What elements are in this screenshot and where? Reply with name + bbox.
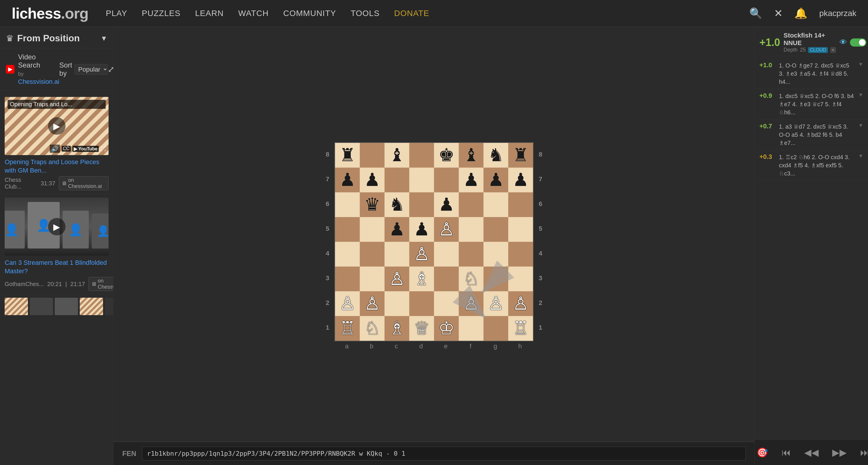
chess-cell-a5[interactable] xyxy=(335,217,360,242)
chess-cell-a6[interactable] xyxy=(335,192,360,217)
search-icon[interactable]: 🔍 xyxy=(749,7,762,20)
nav-donate[interactable]: DONATE xyxy=(394,9,429,18)
chess-cell-d8[interactable] xyxy=(409,143,434,167)
chess-cell-a3[interactable] xyxy=(335,267,360,291)
chess-cell-g8[interactable]: ♞ xyxy=(484,143,508,167)
chess-cell-a4[interactable] xyxy=(335,242,360,267)
chess-cell-f4[interactable] xyxy=(459,242,484,267)
last-move-button[interactable]: ⏭ xyxy=(858,445,868,460)
chess-cell-h3[interactable] xyxy=(508,267,533,291)
fen-input[interactable] xyxy=(142,447,746,460)
video-card[interactable]: ▶ Opening Traps and Lo... 🔊 CC ▶ YouTube… xyxy=(0,93,113,194)
chess-cell-e5[interactable]: ♙ xyxy=(434,217,459,242)
chess-cell-g5[interactable] xyxy=(484,217,508,242)
username[interactable]: pkacprzak xyxy=(819,9,856,18)
thumb-small-3[interactable] xyxy=(55,298,78,315)
chess-cell-h1[interactable]: ♖ xyxy=(508,316,533,341)
chess-cell-d7[interactable] xyxy=(409,167,434,192)
chess-cell-d1[interactable]: ♕ xyxy=(409,316,434,341)
play-button-2[interactable]: ▶ xyxy=(48,218,65,236)
chess-cell-g6[interactable] xyxy=(484,192,508,217)
chess-cell-a2[interactable]: ♙ xyxy=(335,291,360,316)
chess-cell-e2[interactable] xyxy=(434,291,459,316)
chess-cell-b3[interactable] xyxy=(360,267,384,291)
chess-cell-e6[interactable]: ♟ xyxy=(434,192,459,217)
video-card-2[interactable]: 👤 👤 👤 👤 ▶ Can 3 Streamers Beat 1 Blindfo… xyxy=(0,194,113,295)
chessvision-link[interactable]: Chessvision.ai xyxy=(18,78,59,85)
thumb-small-5[interactable] xyxy=(105,298,113,315)
chess-cell-f1[interactable] xyxy=(459,316,484,341)
chess-cell-f6[interactable] xyxy=(459,192,484,217)
chess-cell-f7[interactable]: ♟ xyxy=(459,167,484,192)
chess-cell-d6[interactable] xyxy=(409,192,434,217)
expand-icon[interactable]: ⤢ xyxy=(108,65,114,74)
chess-cell-f3[interactable]: ♘ xyxy=(459,267,484,291)
thumb-small-2[interactable] xyxy=(30,298,53,315)
chess-cell-g7[interactable]: ♟ xyxy=(484,167,508,192)
chess-cell-f2[interactable]: ♙ xyxy=(459,291,484,316)
chess-cell-a1[interactable]: ♖ xyxy=(335,316,360,341)
line-dropdown-3[interactable]: ▼ xyxy=(858,123,863,129)
analysis-button[interactable]: 🎯 xyxy=(754,445,771,460)
first-move-button[interactable]: ⏮ xyxy=(779,445,793,460)
prev-move-button[interactable]: ◀◀ xyxy=(802,445,821,460)
plus-badge[interactable]: + xyxy=(830,47,836,53)
chess-cell-c4[interactable] xyxy=(384,242,409,267)
chess-cell-f5[interactable] xyxy=(459,217,484,242)
volume-icon[interactable]: 🔊 xyxy=(50,145,60,153)
chess-cell-e1[interactable]: ♔ xyxy=(434,316,459,341)
chess-cell-d4[interactable]: ♙ xyxy=(409,242,434,267)
chess-cell-a7[interactable]: ♟ xyxy=(335,167,360,192)
chess-cell-g4[interactable] xyxy=(484,242,508,267)
chess-cell-c8[interactable]: ♝ xyxy=(384,143,409,167)
nav-watch[interactable]: WATCH xyxy=(238,9,269,18)
chess-cell-e3[interactable] xyxy=(434,267,459,291)
chess-cell-d5[interactable]: ♟ xyxy=(409,217,434,242)
chess-cell-c2[interactable] xyxy=(384,291,409,316)
chess-cell-h8[interactable]: ♜ xyxy=(508,143,533,167)
engine-line-2[interactable]: +0.9 1. dxc5 ♕xc5 2. O-O f6 3. b4 ♗e7 4.… xyxy=(755,89,868,120)
chess-cell-b6[interactable]: ♛ xyxy=(360,192,384,217)
sidebar-dropdown-arrow[interactable]: ▼ xyxy=(100,34,107,42)
chess-cell-h6[interactable] xyxy=(508,192,533,217)
nav-puzzles[interactable]: PUZZLES xyxy=(142,9,181,18)
chess-cell-h7[interactable]: ♟ xyxy=(508,167,533,192)
sort-select[interactable]: Popular Recent Oldest xyxy=(74,64,108,75)
engine-toggle[interactable] xyxy=(850,38,866,46)
play-button-1[interactable]: ▶ xyxy=(48,117,65,135)
chess-cell-e7[interactable] xyxy=(434,167,459,192)
line-dropdown-4[interactable]: ▼ xyxy=(858,153,863,159)
chess-cell-b5[interactable] xyxy=(360,217,384,242)
chess-cell-b7[interactable]: ♟ xyxy=(360,167,384,192)
nav-community[interactable]: COMMUNITY xyxy=(283,9,336,18)
engine-line-1[interactable]: +1.0 1. O-O ♗ge7 2. dxc5 ♕xc5 3. ♗e3 ♗a5… xyxy=(755,59,868,89)
chess-cell-e4[interactable] xyxy=(434,242,459,267)
fullscreen-icon[interactable]: ⛶ xyxy=(100,146,106,152)
chess-cell-c6[interactable]: ♞ xyxy=(384,192,409,217)
chess-cell-a8[interactable]: ♜ xyxy=(335,143,360,167)
chess-cell-d3[interactable]: ♗ xyxy=(409,267,434,291)
chess-cell-g2[interactable]: ♙ xyxy=(484,291,508,316)
chessvision-badge-2[interactable]: 🖥 on Chessvision.ai xyxy=(89,277,113,291)
chess-cell-b1[interactable]: ♘ xyxy=(360,316,384,341)
thumb-small-4[interactable] xyxy=(80,298,103,315)
chess-cell-g3[interactable] xyxy=(484,267,508,291)
chess-cell-d2[interactable] xyxy=(409,291,434,316)
chess-cell-h2[interactable]: ♙ xyxy=(508,291,533,316)
chess-cell-h5[interactable] xyxy=(508,217,533,242)
nav-play[interactable]: PLAY xyxy=(106,9,127,18)
chess-cell-c7[interactable] xyxy=(384,167,409,192)
thumb-small-1[interactable] xyxy=(5,298,28,315)
engine-line-4[interactable]: +0.3 1. ♖c2 ♘h6 2. O-O cxd4 3. cxd4 ♗f5 … xyxy=(755,150,868,181)
chess-cell-b8[interactable] xyxy=(360,143,384,167)
line-dropdown-2[interactable]: ▼ xyxy=(858,92,863,98)
bell-icon[interactable]: 🔔 xyxy=(794,7,807,20)
chess-board[interactable]: ♜♝♚♝♞♜♟♟♟♟♟♛♞♟♟♟♙♙♙♗♘♙♙♙♙♙♖♘♗♕♔♖ xyxy=(335,142,533,341)
chess-cell-b4[interactable] xyxy=(360,242,384,267)
next-move-button[interactable]: ▶▶ xyxy=(830,445,849,460)
close-icon[interactable]: ✕ xyxy=(774,7,783,20)
chess-cell-c1[interactable]: ♗ xyxy=(384,316,409,341)
chess-cell-g1[interactable] xyxy=(484,316,508,341)
chess-cell-f8[interactable]: ♝ xyxy=(459,143,484,167)
chess-cell-c5[interactable]: ♟ xyxy=(384,217,409,242)
